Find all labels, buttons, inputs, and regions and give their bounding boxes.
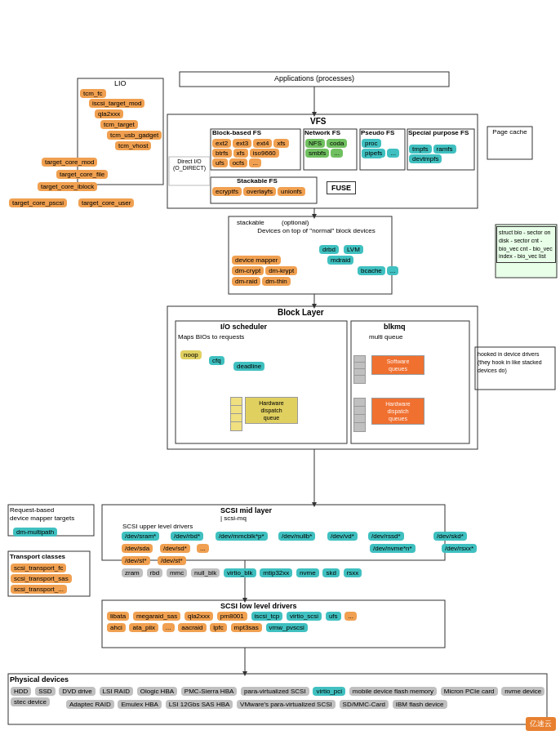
target-core-pscsi: target_core_pscsi xyxy=(8,198,68,208)
scsi-upper-dev-sram: /dev/sram* xyxy=(121,531,160,541)
devices-on-top-label: Devices on top of "normal" block devices xyxy=(241,227,392,234)
pseudo-fs-pills2: pipefs... xyxy=(361,148,404,158)
noop-pill: noop xyxy=(180,350,202,360)
block-layer-title: Block Layer xyxy=(278,308,324,317)
scsi-low-pills-row2: ahci ata_piix ... aacraid lpfc mpt3sas v… xyxy=(106,622,309,633)
transport-classes-label: Transport classes xyxy=(10,553,65,560)
scsi-upper-dev-skd: /dev/skd* xyxy=(433,531,468,541)
direct-io-label: Direct I/O (O_DIRECT) xyxy=(170,158,209,172)
software-queues: Softwarequeues xyxy=(371,355,424,375)
dmultipath-pill: dm-multipath xyxy=(12,527,58,537)
target-core-file: target_core_file xyxy=(56,169,109,180)
request-based-label: Request-baseddevice mapper targets xyxy=(10,506,93,523)
queue-box-left xyxy=(230,397,242,431)
scsi-devsd-dot: ... xyxy=(196,543,210,554)
lio-qla2xxx: qla2xxx xyxy=(94,109,124,119)
scsi-devsd: /dev/sd* xyxy=(159,543,191,554)
hooked-label: hooked in device drivers (they hook in l… xyxy=(476,349,554,376)
watermark: 亿速云 xyxy=(526,717,556,731)
lio-tcm-vhost: tcm_vhost xyxy=(114,140,152,151)
transport-pills3: scsi_transport_... xyxy=(10,584,68,595)
lvm-pill: LVM xyxy=(343,244,364,255)
scsi-devst: /dev/st* xyxy=(121,555,151,566)
scsi-devst2: /dev/st* xyxy=(157,555,187,566)
lio-tcm-usb: tcm_usb_gadget xyxy=(106,130,162,140)
struct-bio: struct bio - sector on disk - sector cnt… xyxy=(496,226,556,263)
network-fs-title: Network FS xyxy=(304,129,340,136)
stackable-opt-label: stackable xyxy=(237,219,264,226)
scsi-upper-label: SCSI upper level drivers xyxy=(122,523,193,530)
target-core-iblock: target_core_iblock xyxy=(37,181,98,192)
stackable-fs-title: Stackable FS xyxy=(237,177,278,185)
pseudo-fs-title: Pseudo FS xyxy=(361,129,394,136)
multi-queue-label: multi queue xyxy=(369,333,402,341)
dm-extra-pills: dm-raiddm-thin xyxy=(231,276,291,287)
scsi-low-pills-row1: libata megaraid_sas qla2xxx pm8001 iscsi… xyxy=(106,611,358,621)
scsi-low-title: SCSI low level drivers xyxy=(220,602,297,610)
scsi-upper-dev-rssd: /dev/rssd* xyxy=(367,531,405,541)
physical-pills-row2: Adaptec RAID Emulex HBA LSI 12Gbs SAS HB… xyxy=(65,699,448,710)
special-fs-title: Special purpose FS xyxy=(408,129,469,136)
lower-pills-row: zram rbd mmc null_blk virtio_blk mtip32x… xyxy=(121,568,362,578)
lio-iscsi-target: iscsi_target_mod xyxy=(88,98,145,109)
stackable-fs-pills: ecryptfsoverlayfsunionfs xyxy=(211,186,316,197)
hw-dispatch-blkmq: Hardwaredispatchqueues xyxy=(371,398,424,425)
scsi-upper-dev-mmcblk: /dev/mmcblk*p* xyxy=(215,531,269,541)
optional-label: (optional) xyxy=(282,219,309,226)
lio-label: LIO xyxy=(114,79,127,87)
hw-dispatch-label: Hardwaredispatchqueue xyxy=(245,397,298,424)
diagram-container: LIO tcm_fc iscsi_target_mod qla2xxx tcm_… xyxy=(0,0,560,735)
blkmq-title: blkmq xyxy=(384,323,406,331)
fuse-box: FUSE xyxy=(327,181,356,194)
scsi-upper-dev-nullb: /dev/nullb* xyxy=(278,531,316,541)
bcache-pill: bcache... xyxy=(357,265,399,276)
transport-pills: scsi_transport_fc xyxy=(10,563,67,573)
deadline-pill: deadline xyxy=(233,361,265,372)
page-cache-label: Page cache xyxy=(488,128,531,136)
scsi-mq-label: | scsi-mq xyxy=(220,514,247,522)
io-scheduler-title: I/O scheduler xyxy=(220,323,267,331)
scsi-dev-rssx: /dev/rsxx* xyxy=(441,543,478,554)
scsi-upper-dev-rbd: /dev/rbd* xyxy=(170,531,204,541)
physical-title: Physical devices xyxy=(10,675,69,684)
target-core-user: target_core_user xyxy=(78,198,135,208)
mdraid-pill: mdraid xyxy=(327,255,354,265)
block-fs-pills3: ufsocfs... xyxy=(211,158,300,168)
scsi-devsda: /dev/sda xyxy=(121,543,153,554)
network-fs-pills2: smbfs... xyxy=(304,148,356,158)
lio-tcm-target: tcm_target xyxy=(100,119,139,130)
svg-rect-10 xyxy=(167,306,478,449)
vfs-label: VFS xyxy=(310,117,326,126)
block-fs-title: Block-based FS xyxy=(212,129,261,136)
special-fs-pills2: devtmpfs xyxy=(408,154,473,164)
scsi-upper-dev-vd: /dev/vd* xyxy=(327,531,358,541)
queue-box-blkmq2 xyxy=(353,398,366,432)
device-mapper-pills: device mapper xyxy=(231,255,282,265)
scsi-mid-title: SCSI mid layer xyxy=(220,506,272,514)
cfq-pill: cfq xyxy=(208,355,225,366)
drbd-pill: drbd xyxy=(318,244,340,255)
maps-bios-label: Maps BIOs to requests xyxy=(178,333,244,341)
target-core-mod: target_core_mod xyxy=(41,157,98,167)
scsi-dev-nvme: /dev/nvme*n* xyxy=(369,543,416,554)
transport-pills2: scsi_transport_sas xyxy=(10,573,73,584)
queue-box-blkmq xyxy=(353,355,366,384)
applications-label: Applications (processes) xyxy=(180,74,449,82)
dm-crypt-pill: dm-cryptdm-krypt xyxy=(231,265,298,276)
